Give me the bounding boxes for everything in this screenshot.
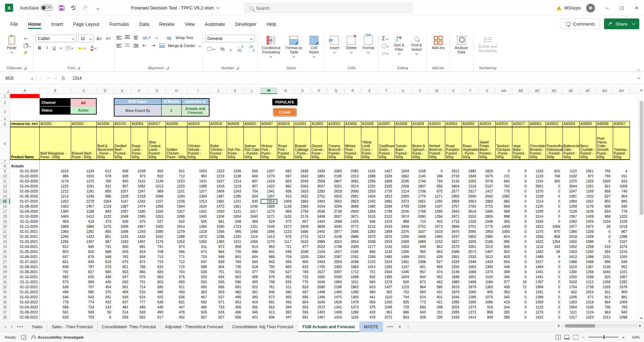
col-header-U[interactable]: U	[395, 87, 412, 94]
cell-F23[interactable]: 1497	[131, 239, 148, 244]
cell-A22[interactable]: 01-02-2021	[10, 234, 40, 239]
cell-AE26[interactable]: 1412	[563, 254, 580, 259]
cell-D15[interactable]: 1064	[97, 199, 114, 204]
cell-J31[interactable]: 635	[210, 280, 227, 285]
cell-T24[interactable]: 1142	[378, 244, 395, 249]
cell-AA13[interactable]: 776	[496, 189, 512, 194]
cell-L25[interactable]: 586	[244, 249, 261, 254]
cell-AF26[interactable]: 1388	[580, 254, 596, 259]
cell-V26[interactable]: 1001	[412, 254, 428, 259]
row-header-14[interactable]: 14	[0, 194, 10, 199]
cell-AB15[interactable]: 0	[512, 199, 529, 204]
cell-C23[interactable]: 1397	[71, 239, 97, 244]
decrease-decimal-button[interactable]: .00→.0	[247, 45, 256, 53]
product-name-A05007[interactable]: Hickory Pork - Puree - 500g	[261, 127, 277, 160]
increase-indent-icon[interactable]: ⇥	[150, 43, 156, 48]
cell-J14[interactable]: 1387	[210, 194, 227, 199]
cell-V36[interactable]: 583	[412, 305, 428, 310]
cell-AF9[interactable]: 1061	[580, 169, 596, 174]
cell-P22[interactable]: 3113	[311, 234, 328, 239]
cell-L20[interactable]: 1311	[244, 224, 261, 229]
col-header-C[interactable]: C	[71, 87, 97, 94]
cell-Z14[interactable]: 2042	[479, 194, 496, 199]
cell-AE14[interactable]: 1081	[563, 194, 580, 199]
cell-A13[interactable]: 01-05-2020	[10, 189, 40, 194]
cell-AB19[interactable]: 0	[512, 219, 529, 224]
row-header-21[interactable]: 21	[0, 229, 10, 234]
cell-L34[interactable]: 393	[244, 295, 261, 300]
cell-AE13[interactable]: 1047	[563, 189, 580, 194]
cell-K19[interactable]: 548	[227, 219, 244, 224]
cell-I30[interactable]: 533	[187, 274, 210, 280]
cell-G9[interactable]: 950	[148, 169, 166, 174]
comma-style-button[interactable]: ,	[229, 45, 233, 52]
cell-H36[interactable]: 447	[166, 305, 187, 310]
cell-AH32[interactable]: 1576	[613, 285, 630, 290]
product-name-A01009[interactable]: Beef & Mushroom - Puree - 500g	[97, 127, 114, 160]
cell-C36[interactable]: 724	[71, 305, 97, 310]
sheet-nav-left-icon[interactable]: ‹	[5, 324, 6, 329]
cell-A26[interactable]: 01-06-2021	[10, 254, 40, 259]
cell-D20[interactable]: 1275	[97, 224, 114, 229]
cell-AA16[interactable]: 968	[496, 204, 512, 209]
menu-tab-view[interactable]: View	[180, 19, 199, 30]
cell-X35[interactable]: 2395	[445, 300, 462, 305]
sheet-tab-sales[interactable]: Sales	[28, 322, 47, 332]
col-header-J[interactable]: J	[210, 87, 227, 94]
product-code-A30002[interactable]: A30002	[546, 121, 563, 127]
cell-Q11[interactable]: 2807	[328, 179, 344, 184]
cell-B35[interactable]: 778	[40, 300, 71, 305]
cell-W13[interactable]: 875	[428, 189, 445, 194]
cell-AD11[interactable]: 305	[546, 179, 563, 184]
cell-Z10[interactable]: 1675	[479, 174, 496, 179]
cell-S18[interactable]: 1515	[361, 214, 378, 219]
format-painter-button[interactable]	[23, 50, 31, 55]
cell-W20[interactable]: 2073	[428, 224, 445, 229]
borders-button[interactable]	[65, 45, 74, 50]
cell-G15[interactable]: 1107	[148, 199, 166, 204]
row-header-15[interactable]: 15	[0, 199, 10, 204]
cell-I37[interactable]: 505	[187, 310, 210, 315]
cell-I35[interactable]: 592	[187, 300, 210, 305]
cell-L19[interactable]: 369	[244, 219, 261, 224]
product-code-A01009[interactable]: A01009	[97, 121, 114, 127]
cell-AH13[interactable]: 740	[613, 189, 630, 194]
cell-AE31[interactable]: 1532	[563, 280, 580, 285]
cell-F11[interactable]: 1141	[131, 179, 148, 184]
product-code-A30005[interactable]: A30005	[580, 121, 596, 127]
cell-AA35[interactable]: 419	[496, 300, 512, 305]
cell-Y14[interactable]: 2650	[462, 194, 479, 199]
cell-D31[interactable]: 445	[97, 280, 114, 285]
cell-AC19[interactable]: 1593	[529, 219, 546, 224]
cell-N24[interactable]: 721	[277, 244, 294, 249]
cell-AF10[interactable]: 972	[580, 174, 596, 179]
cell-B13[interactable]: 1212	[40, 189, 71, 194]
cell-F14[interactable]: 1218	[131, 194, 148, 199]
cell-L35[interactable]: 419	[244, 300, 261, 305]
cell-AD26[interactable]: 9	[546, 254, 563, 259]
cell-E31[interactable]: 592	[114, 280, 131, 285]
cell-O24[interactable]: 977	[294, 244, 311, 249]
cell-I22[interactable]: 1073	[187, 234, 210, 239]
cell-J16[interactable]: 1472	[210, 204, 227, 209]
cell-H29[interactable]: 703	[166, 269, 187, 274]
cell-V28[interactable]: 901	[412, 264, 428, 269]
new-sheet-button[interactable]: +	[398, 324, 401, 330]
cell-M33[interactable]: 546	[261, 290, 277, 295]
cell-M14[interactable]: 1307	[261, 194, 277, 199]
cell-AB26[interactable]: 0	[512, 254, 529, 259]
cell-AG30[interactable]: 925	[596, 274, 613, 280]
cell-AA9[interactable]: 0	[496, 169, 512, 174]
cell-O29[interactable]: 789	[294, 269, 311, 274]
cell-AD30[interactable]: 0	[546, 274, 563, 280]
cell-O25[interactable]: 1038	[294, 249, 311, 254]
cell-AB35[interactable]: 0	[512, 300, 529, 305]
cell-F21[interactable]: 1243	[131, 229, 148, 234]
cell-X23[interactable]: 3427	[445, 239, 462, 244]
cell-P35[interactable]: 1649	[311, 300, 328, 305]
cell-AH36[interactable]: 783	[613, 305, 630, 310]
cell-Z24[interactable]: 1515	[479, 244, 496, 249]
cell-S10[interactable]: 1088	[361, 174, 378, 179]
cell-C9[interactable]: 1134	[71, 169, 97, 174]
underline-button[interactable]: U	[52, 45, 57, 51]
